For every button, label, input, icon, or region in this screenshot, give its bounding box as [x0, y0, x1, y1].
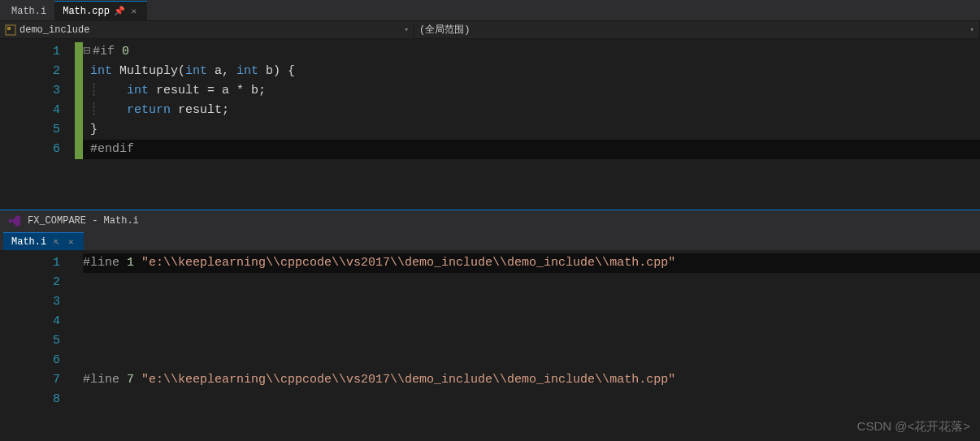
- code-area-bottom[interactable]: #line 1 "e:\\keeplearning\\cppcode\\vs20…: [83, 250, 980, 441]
- line-number-gutter: 1 2 3 4 5 6: [0, 39, 75, 210]
- tab-strip-top: Math.i Math.cpp 📌 ✕: [0, 0, 980, 21]
- code-line[interactable]: [83, 273, 980, 292]
- editor-top[interactable]: 1 2 3 4 5 6 ⊟#if 0 int Multuply(int a, i…: [0, 39, 980, 210]
- token: result;: [178, 103, 229, 117]
- close-icon[interactable]: ✕: [129, 6, 139, 16]
- line-number: 2: [0, 62, 60, 81]
- line-number: 2: [0, 273, 60, 292]
- code-line[interactable]: #line 1 "e:\\keeplearning\\cppcode\\vs20…: [83, 253, 980, 273]
- code-area-top[interactable]: ⊟#if 0 int Multuply(int a, int b) { ┊ in…: [83, 39, 980, 210]
- pin-icon[interactable]: ⇱: [51, 237, 61, 247]
- token: int: [127, 84, 156, 97]
- editor-bottom[interactable]: 1 2 3 4 5 6 7 8 #line 1 "e:\\keeplearnin…: [0, 250, 980, 441]
- line-number: 1: [0, 42, 60, 62]
- token: 0: [122, 45, 129, 58]
- line-number: 6: [0, 351, 60, 370]
- watermark: CSDN @<花开花落>: [857, 419, 970, 435]
- code-line[interactable]: ┊ int result = a * b;: [83, 81, 980, 101]
- code-line[interactable]: #endif: [83, 140, 980, 159]
- token: 7: [127, 373, 141, 387]
- line-number-gutter: 1 2 3 4 5 6 7 8: [0, 250, 75, 441]
- line-number: 3: [0, 81, 60, 101]
- tab-strip-bottom: Math.i ⇱ ✕: [0, 231, 980, 250]
- tab-math-cpp[interactable]: Math.cpp 📌 ✕: [54, 1, 147, 20]
- svg-rect-1: [7, 27, 11, 30]
- scope-label: demo_include: [20, 24, 89, 36]
- code-line[interactable]: #line 7 "e:\\keeplearning\\cppcode\\vs20…: [83, 370, 980, 390]
- member-label: (全局范围): [419, 23, 470, 37]
- code-line[interactable]: int Multuply(int a, int b) {: [83, 62, 980, 81]
- code-line[interactable]: [83, 351, 980, 370]
- fold-icon[interactable]: ⊟: [83, 42, 93, 62]
- line-number: 4: [0, 312, 60, 331]
- token: }: [90, 123, 98, 136]
- token: return: [127, 103, 178, 117]
- line-number: 1: [0, 253, 60, 273]
- line-number: 5: [0, 120, 60, 140]
- token: [98, 103, 127, 117]
- token: int: [90, 64, 119, 78]
- tab-label: Math.cpp: [63, 6, 110, 17]
- project-icon: [5, 24, 16, 36]
- tab-label: Math.i: [11, 236, 46, 248]
- scope-dropdown[interactable]: demo_include ▾: [0, 21, 414, 38]
- close-icon[interactable]: ✕: [66, 237, 76, 247]
- code-line[interactable]: ┊ return result;: [83, 101, 980, 120]
- chevron-down-icon: ▾: [970, 25, 974, 34]
- token: #endif: [90, 142, 134, 156]
- line-number: 3: [0, 292, 60, 312]
- token: #if: [93, 45, 122, 58]
- line-number: 7: [0, 370, 60, 390]
- pane2-title-label: FX_COMPARE - Math.i: [28, 215, 139, 227]
- line-number: 6: [0, 140, 60, 159]
- token: #line: [83, 256, 127, 270]
- navigation-bar: demo_include ▾ (全局范围) ▾: [0, 21, 980, 39]
- chevron-down-icon: ▾: [405, 25, 409, 34]
- visual-studio-icon: [8, 214, 21, 227]
- token: Multuply(: [119, 64, 185, 78]
- code-line[interactable]: [83, 390, 980, 409]
- tab-label: Math.i: [11, 6, 46, 17]
- code-line[interactable]: }: [83, 120, 980, 140]
- token: result = a * b;: [156, 84, 266, 97]
- tab-math-i-bottom[interactable]: Math.i ⇱ ✕: [3, 232, 84, 250]
- change-margin: [75, 39, 83, 210]
- token: b) {: [266, 64, 295, 78]
- line-number: 4: [0, 101, 60, 120]
- line-number: 5: [0, 331, 60, 351]
- code-line[interactable]: [83, 292, 980, 312]
- code-line[interactable]: [83, 331, 980, 351]
- pin-icon[interactable]: 📌: [115, 6, 124, 16]
- token: a,: [215, 64, 236, 78]
- tab-math-i[interactable]: Math.i: [3, 1, 54, 20]
- token: int: [236, 64, 266, 78]
- code-line[interactable]: [83, 312, 980, 331]
- token: [98, 84, 127, 97]
- code-line[interactable]: ⊟#if 0: [83, 42, 980, 62]
- pane2-titlebar[interactable]: FX_COMPARE - Math.i: [0, 210, 980, 231]
- token: "e:\\keeplearning\\cppcode\\vs2017\\demo…: [141, 256, 675, 270]
- member-dropdown[interactable]: (全局范围) ▾: [414, 21, 980, 38]
- token: 1: [127, 256, 141, 270]
- change-margin: [75, 250, 83, 441]
- token: int: [185, 64, 215, 78]
- token: "e:\\keeplearning\\cppcode\\vs2017\\demo…: [141, 373, 675, 387]
- line-number: 8: [0, 390, 60, 409]
- token: #line: [83, 373, 127, 387]
